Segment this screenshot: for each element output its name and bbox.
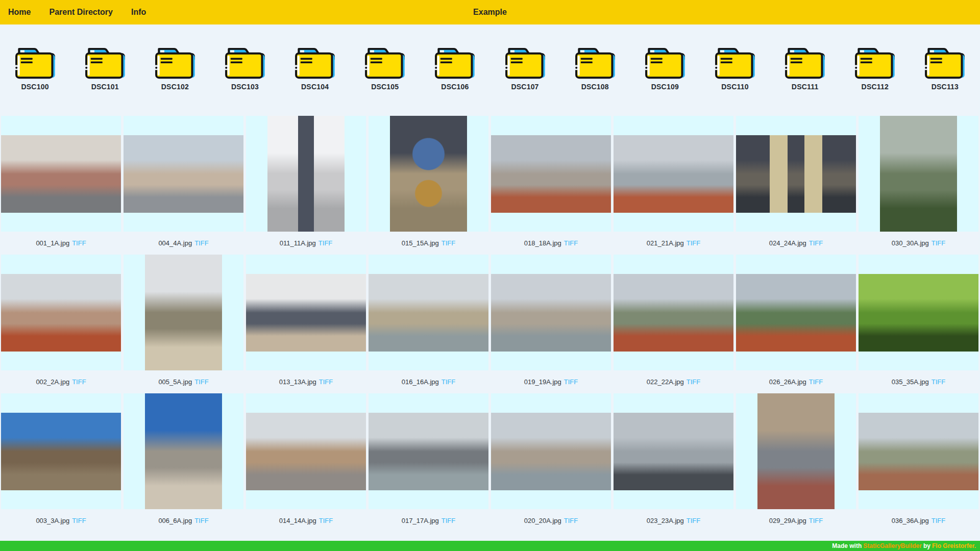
photo-filename-link[interactable]: 005_5A.jpg: [158, 378, 192, 386]
photo-filename-link[interactable]: 023_23A.jpg: [647, 517, 684, 524]
tiff-link[interactable]: TIFF: [319, 378, 333, 386]
folder-icon: [223, 40, 267, 80]
photo-filename-link[interactable]: 035_35A.jpg: [892, 378, 929, 386]
tiff-link[interactable]: TIFF: [194, 517, 208, 524]
photo-thumbnail[interactable]: [267, 116, 345, 232]
tiff-link[interactable]: TIFF: [809, 239, 823, 247]
tiff-link[interactable]: TIFF: [564, 378, 578, 386]
tiff-link[interactable]: TIFF: [442, 239, 455, 247]
photo-filename-link[interactable]: 006_6A.jpg: [158, 517, 192, 524]
photo-filename-link[interactable]: 019_19A.jpg: [524, 378, 561, 386]
photo-thumbnail[interactable]: [390, 116, 467, 232]
photo-cell: 024_24A.jpg TIFF: [736, 116, 856, 255]
nav-home[interactable]: Home: [8, 8, 31, 17]
photo-thumbnail[interactable]: [369, 413, 488, 490]
photo-filename-link[interactable]: 003_3A.jpg: [36, 517, 69, 524]
tiff-link[interactable]: TIFF: [809, 517, 823, 524]
photo-thumbnail[interactable]: [1, 135, 121, 213]
photo-caption: 004_4A.jpg TIFF: [124, 232, 243, 255]
folder-item[interactable]: DSC103: [210, 33, 280, 91]
photo-filename-link[interactable]: 001_1A.jpg: [36, 239, 69, 247]
tiff-link[interactable]: TIFF: [442, 378, 455, 386]
folder-item[interactable]: DSC111: [770, 33, 840, 91]
photo-thumbnail[interactable]: [1, 413, 121, 490]
folder-item[interactable]: DSC102: [140, 33, 210, 91]
photo-thumbnail[interactable]: [736, 135, 856, 213]
photo-filename-link[interactable]: 014_14A.jpg: [279, 517, 316, 524]
tiff-link[interactable]: TIFF: [932, 378, 945, 386]
photo-filename-link[interactable]: 030_30A.jpg: [892, 239, 929, 247]
photo-cell: 019_19A.jpg TIFF: [491, 255, 611, 393]
folder-item[interactable]: DSC107: [490, 33, 560, 91]
photo-thumbnail[interactable]: [369, 274, 488, 352]
photo-filename-link[interactable]: 024_24A.jpg: [769, 239, 806, 247]
photo-filename-link[interactable]: 036_36A.jpg: [892, 517, 929, 524]
photo-filename-link[interactable]: 011_11A.jpg: [280, 239, 316, 247]
folder-item[interactable]: DSC108: [560, 33, 630, 91]
folder-item[interactable]: DSC106: [420, 33, 490, 91]
photo-filename-link[interactable]: 016_16A.jpg: [402, 378, 439, 386]
photo-filename-link[interactable]: 004_4A.jpg: [158, 239, 192, 247]
tiff-link[interactable]: TIFF: [72, 239, 86, 247]
photo-filename-link[interactable]: 015_15A.jpg: [402, 239, 439, 247]
photo-thumbnail[interactable]: [736, 274, 856, 352]
photo-caption: 029_29A.jpg TIFF: [736, 509, 856, 532]
tiff-link[interactable]: TIFF: [564, 239, 578, 247]
tiff-link[interactable]: TIFF: [687, 239, 700, 247]
folder-item[interactable]: DSC110: [700, 33, 770, 91]
photo-filename-link[interactable]: 013_13A.jpg: [279, 378, 316, 386]
tiff-link[interactable]: TIFF: [72, 378, 86, 386]
photo-filename-link[interactable]: 002_2A.jpg: [36, 378, 69, 386]
photo-thumbnail[interactable]: [614, 135, 733, 213]
tiff-link[interactable]: TIFF: [564, 517, 578, 524]
gallery-row: 002_2A.jpg TIFF 005_5A.jpg TIFF 013_13A.…: [1, 255, 979, 393]
photo-thumbnail[interactable]: [145, 393, 222, 509]
nav-info[interactable]: Info: [131, 8, 146, 17]
photo-thumbnail[interactable]: [145, 255, 222, 370]
photo-filename-link[interactable]: 017_17A.jpg: [402, 517, 439, 524]
photo-thumbnail[interactable]: [859, 413, 978, 490]
tiff-link[interactable]: TIFF: [319, 517, 333, 524]
folder-item[interactable]: DSC105: [350, 33, 420, 91]
folder-item[interactable]: DSC104: [280, 33, 350, 91]
nav-parent-directory[interactable]: Parent Directory: [49, 8, 113, 17]
photo-filename-link[interactable]: 020_20A.jpg: [524, 517, 561, 524]
photo-thumbnail[interactable]: [246, 413, 366, 490]
photo-thumbnail[interactable]: [614, 274, 733, 352]
photo-filename-link[interactable]: 026_26A.jpg: [769, 378, 806, 386]
tiff-link[interactable]: TIFF: [72, 517, 86, 524]
tiff-link[interactable]: TIFF: [932, 517, 945, 524]
tiff-link[interactable]: TIFF: [194, 378, 208, 386]
photo-filename-link[interactable]: 029_29A.jpg: [769, 517, 806, 524]
photo-thumbnail[interactable]: [124, 135, 243, 213]
photo-thumbnail[interactable]: [491, 274, 611, 352]
author-link[interactable]: Flo Greistorfer.: [932, 542, 976, 549]
tiff-link[interactable]: TIFF: [932, 239, 945, 247]
tiff-link[interactable]: TIFF: [687, 517, 700, 524]
photo-filename-link[interactable]: 022_22A.jpg: [647, 378, 684, 386]
folder-item[interactable]: DSC112: [840, 33, 910, 91]
page-title: Example: [473, 8, 507, 17]
photo-thumbnail[interactable]: [757, 393, 835, 509]
photo-thumbnail[interactable]: [246, 274, 366, 352]
photo-thumbnail[interactable]: [1, 274, 121, 352]
folder-item[interactable]: DSC113: [910, 33, 980, 91]
photo-cell: 005_5A.jpg TIFF: [124, 255, 243, 393]
photo-filename-link[interactable]: 021_21A.jpg: [647, 239, 684, 247]
tiff-link[interactable]: TIFF: [809, 378, 823, 386]
photo-cell: 014_14A.jpg TIFF: [246, 393, 366, 532]
folder-item[interactable]: DSC101: [70, 33, 140, 91]
photo-thumbnail[interactable]: [491, 135, 611, 213]
photo-thumbnail[interactable]: [859, 274, 978, 352]
tiff-link[interactable]: TIFF: [194, 239, 208, 247]
tiff-link[interactable]: TIFF: [687, 378, 700, 386]
folder-item[interactable]: DSC100: [0, 33, 70, 91]
tiff-link[interactable]: TIFF: [442, 517, 455, 524]
static-gallery-builder-link[interactable]: StaticGalleryBuilder: [863, 542, 922, 549]
folder-item[interactable]: DSC109: [630, 33, 700, 91]
photo-thumbnail[interactable]: [614, 413, 733, 490]
photo-thumbnail[interactable]: [491, 413, 611, 490]
tiff-link[interactable]: TIFF: [318, 239, 332, 247]
photo-thumbnail[interactable]: [880, 116, 957, 232]
photo-filename-link[interactable]: 018_18A.jpg: [524, 239, 561, 247]
